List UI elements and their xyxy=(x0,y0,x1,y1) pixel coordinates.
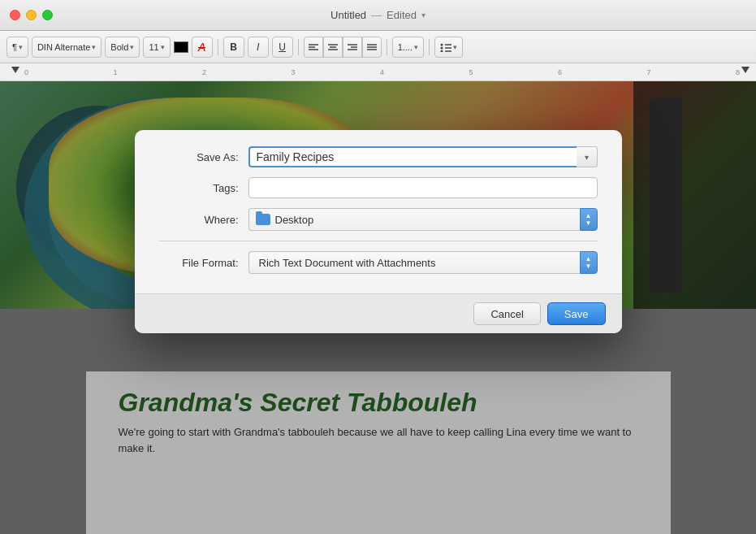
strikethrough-button[interactable]: A xyxy=(192,37,213,58)
tags-label: Tags: xyxy=(159,182,248,194)
where-label: Where: xyxy=(159,214,248,226)
save-as-dropdown-button[interactable]: ▾ xyxy=(577,146,598,167)
toolbar: ¶ ▾ DIN Alternate ▾ Bold ▾ 11 ▾ A B I U xyxy=(0,31,756,63)
dialog-content: Save As: ▾ Tags: Where: xyxy=(135,130,622,293)
where-select-wrapper: Desktop ▲ ▼ xyxy=(248,208,598,231)
list-style-label: 1.... xyxy=(398,42,413,52)
edited-label: Edited xyxy=(387,9,417,21)
toolbar-separator-2 xyxy=(298,39,299,55)
title-separator: — xyxy=(371,9,382,21)
font-style-chevron-icon: ▾ xyxy=(130,43,134,51)
folder-icon xyxy=(256,214,270,225)
save-as-row: Save As: ▾ xyxy=(159,146,598,167)
file-format-select[interactable]: Rich Text Document with Attachments xyxy=(248,251,580,274)
dialog-footer: Cancel Save xyxy=(135,293,622,333)
window-controls xyxy=(10,10,53,20)
document-area: Grandma's Secret Tabbouleh We're going t… xyxy=(0,81,756,534)
list-style-select[interactable]: 1.... ▾ xyxy=(392,37,424,58)
italic-label: I xyxy=(257,41,259,53)
font-style-label: Bold xyxy=(110,42,128,52)
ruler-indent-left[interactable] xyxy=(11,67,19,73)
font-size-label: 11 xyxy=(149,42,158,52)
underline-label: U xyxy=(279,41,286,53)
svg-point-16 xyxy=(440,50,443,52)
where-select[interactable]: Desktop xyxy=(248,208,580,231)
close-button[interactable] xyxy=(10,10,20,20)
svg-point-12 xyxy=(440,43,443,46)
file-format-label: File Format: xyxy=(159,257,248,269)
save-as-input[interactable] xyxy=(248,146,577,167)
file-format-stepper-up-icon: ▲ xyxy=(585,256,592,263)
untitled-label: Untitled xyxy=(330,9,366,21)
save-button[interactable]: Save xyxy=(547,302,606,325)
bullets-chevron-icon: ▾ xyxy=(453,43,457,51)
toolbar-separator-1 xyxy=(218,39,218,55)
paragraph-button[interactable]: ¶ ▾ xyxy=(6,37,28,58)
save-name-wrapper: ▾ xyxy=(248,146,598,167)
minimize-button[interactable] xyxy=(26,10,37,20)
file-format-stepper-down-icon: ▼ xyxy=(585,263,592,270)
ruler-indent-right[interactable] xyxy=(741,67,750,73)
file-format-value: Rich Text Document with Attachments xyxy=(259,257,436,269)
maximize-button[interactable] xyxy=(42,10,53,20)
font-family-chevron-icon: ▾ xyxy=(92,43,96,51)
align-justify-button[interactable] xyxy=(362,37,382,58)
save-dialog: Save As: ▾ Tags: Where: xyxy=(135,130,622,333)
bold-label: B xyxy=(230,41,237,53)
modal-overlay: Save As: ▾ Tags: Where: xyxy=(0,81,756,534)
font-family-select[interactable]: DIN Alternate ▾ xyxy=(32,37,102,58)
align-left-button[interactable] xyxy=(304,37,323,58)
ruler-marks: 012345678 xyxy=(24,68,740,76)
bullets-icon xyxy=(440,42,451,52)
title-bar: Untitled — Edited ▾ xyxy=(0,0,756,31)
bold-button[interactable]: B xyxy=(223,37,244,58)
toolbar-separator-4 xyxy=(429,39,430,55)
file-format-stepper[interactable]: ▲ ▼ xyxy=(580,251,598,274)
cancel-button[interactable]: Cancel xyxy=(473,302,540,325)
ruler: 012345678 xyxy=(0,63,756,81)
underline-button[interactable]: U xyxy=(272,37,293,58)
file-format-row: File Format: Rich Text Document with Att… xyxy=(159,251,598,274)
italic-button[interactable]: I xyxy=(248,37,269,58)
svg-point-14 xyxy=(440,46,443,49)
bullets-select[interactable]: ▾ xyxy=(434,37,463,58)
where-stepper[interactable]: ▲ ▼ xyxy=(580,208,598,231)
font-size-select[interactable]: 11 ▾ xyxy=(143,37,170,58)
save-as-label: Save As: xyxy=(159,151,248,163)
tags-input[interactable] xyxy=(248,177,598,198)
list-style-chevron-icon: ▾ xyxy=(414,43,418,51)
font-family-label: DIN Alternate xyxy=(37,42,90,52)
color-swatch[interactable] xyxy=(174,41,188,53)
align-center-button[interactable] xyxy=(323,37,343,58)
dialog-divider xyxy=(159,241,598,241)
paragraph-icon: ¶ xyxy=(12,42,17,52)
where-value: Desktop xyxy=(275,214,314,226)
where-row: Where: Desktop ▲ ▼ xyxy=(159,208,598,231)
align-right-button[interactable] xyxy=(343,37,362,58)
align-group xyxy=(304,37,382,58)
file-format-select-wrapper: Rich Text Document with Attachments ▲ ▼ xyxy=(248,251,598,274)
toolbar-separator-3 xyxy=(387,39,387,55)
title-chevron-icon[interactable]: ▾ xyxy=(421,11,426,20)
font-size-chevron-icon: ▾ xyxy=(161,43,165,51)
stepper-down-icon: ▼ xyxy=(585,220,592,227)
paragraph-chevron-icon: ▾ xyxy=(19,43,23,51)
tags-row: Tags: xyxy=(159,177,598,198)
window-title: Untitled — Edited ▾ xyxy=(330,9,426,21)
stepper-up-icon: ▲ xyxy=(585,213,592,219)
font-style-select[interactable]: Bold ▾ xyxy=(105,37,140,58)
